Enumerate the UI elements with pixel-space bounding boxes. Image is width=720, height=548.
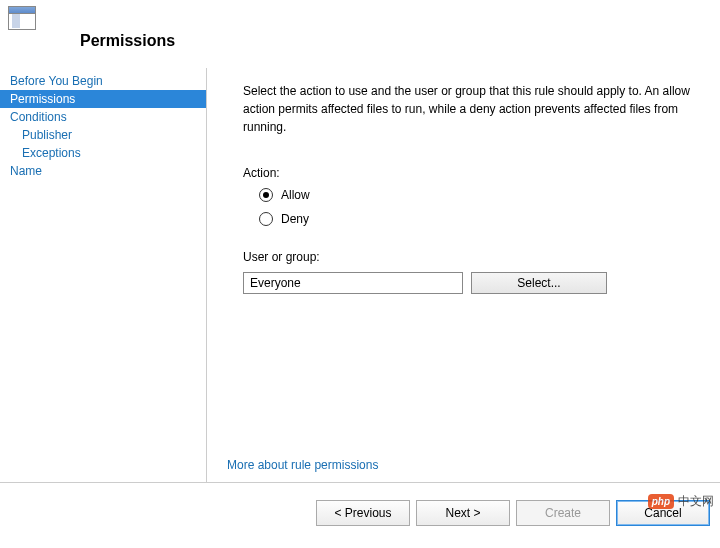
sidebar-item-name[interactable]: Name <box>0 162 206 180</box>
cancel-button[interactable]: Cancel <box>616 500 710 526</box>
select-button[interactable]: Select... <box>471 272 607 294</box>
wizard-icon <box>8 6 36 30</box>
user-group-label: User or group: <box>243 250 690 264</box>
sidebar-item-publisher[interactable]: Publisher <box>0 126 206 144</box>
page-title: Permissions <box>80 32 175 50</box>
radio-allow-icon[interactable] <box>259 188 273 202</box>
wizard-footer: < Previous Next > Create Cancel <box>0 482 720 542</box>
action-deny-row[interactable]: Deny <box>259 212 690 226</box>
help-link[interactable]: More about rule permissions <box>227 458 378 472</box>
radio-deny-label: Deny <box>281 212 309 226</box>
action-label: Action: <box>243 166 690 180</box>
next-button[interactable]: Next > <box>416 500 510 526</box>
wizard-body: Before You Begin Permissions Conditions … <box>0 68 720 482</box>
sidebar-item-exceptions[interactable]: Exceptions <box>0 144 206 162</box>
user-group-input[interactable] <box>243 272 463 294</box>
wizard-header: Permissions <box>0 0 720 68</box>
previous-button[interactable]: < Previous <box>316 500 410 526</box>
wizard-content: Select the action to use and the user or… <box>207 68 720 482</box>
action-allow-row[interactable]: Allow <box>259 188 690 202</box>
action-radio-group: Allow Deny <box>259 188 690 226</box>
radio-deny-icon[interactable] <box>259 212 273 226</box>
wizard-sidebar: Before You Begin Permissions Conditions … <box>0 68 207 482</box>
create-button: Create <box>516 500 610 526</box>
radio-allow-label: Allow <box>281 188 310 202</box>
sidebar-item-conditions[interactable]: Conditions <box>0 108 206 126</box>
user-group-row: Select... <box>243 272 690 294</box>
sidebar-item-before-you-begin[interactable]: Before You Begin <box>0 72 206 90</box>
sidebar-item-permissions[interactable]: Permissions <box>0 90 206 108</box>
instructions-text: Select the action to use and the user or… <box>243 82 690 136</box>
